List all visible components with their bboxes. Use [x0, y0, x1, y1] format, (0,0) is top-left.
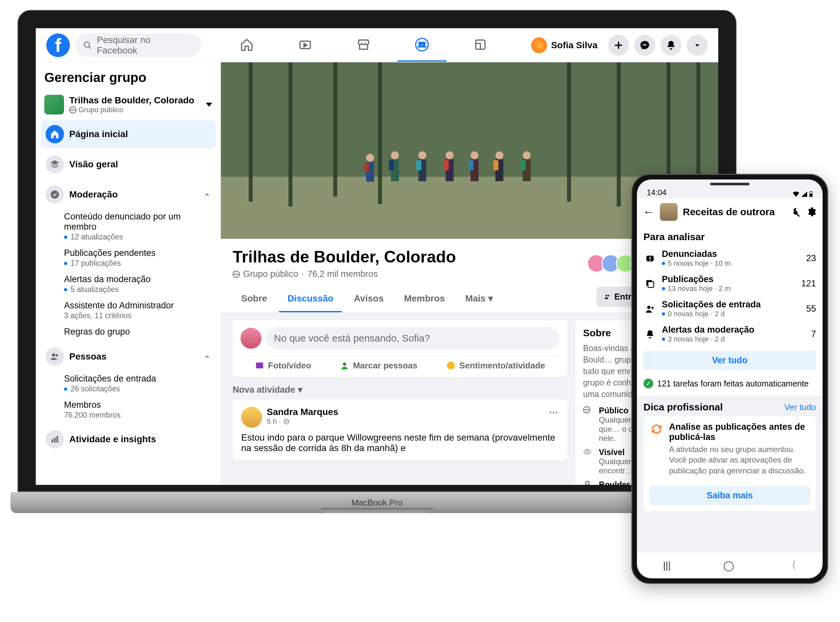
nav-back[interactable]: 〈 — [787, 559, 796, 572]
group-thumbnail — [44, 95, 64, 114]
nav-recents[interactable]: ||| — [663, 560, 671, 571]
selected-group-type: Grupo público — [69, 106, 200, 114]
messenger-button[interactable] — [634, 35, 655, 56]
nav-groups[interactable] — [397, 29, 447, 62]
svg-point-33 — [445, 151, 453, 159]
sidebar-item-overview[interactable]: Visão geral — [41, 151, 216, 178]
sidebar-item-moderation[interactable]: Moderação — [41, 181, 216, 208]
facebook-logo[interactable]: f — [46, 34, 70, 57]
svg-rect-11 — [54, 438, 56, 442]
svg-rect-10 — [52, 439, 53, 442]
group-thumbnail[interactable] — [660, 203, 678, 221]
svg-rect-28 — [389, 160, 394, 170]
sidebar-sub-item[interactable]: Conteúdo denunciado por um membro12 atua… — [41, 208, 216, 245]
nav-watch[interactable] — [281, 29, 330, 62]
review-row[interactable]: Publicações13 novas hoje · 2 m 121 — [643, 271, 816, 296]
top-right-actions: Sofia Silva — [526, 35, 708, 56]
svg-point-42 — [523, 151, 531, 159]
tools-icon[interactable] — [790, 207, 801, 217]
search-icon — [83, 41, 92, 50]
sidebar-item-label: Pessoas — [69, 351, 198, 362]
sidebar-sub-item[interactable]: Alertas da moderação5 atualizações — [41, 271, 216, 297]
svg-point-24 — [366, 154, 374, 162]
composer[interactable]: No que você está pensando, Sofia? Foto/v… — [233, 320, 567, 377]
nav-home[interactable]: ◯ — [723, 559, 734, 571]
sidebar-item-people[interactable]: Pessoas — [41, 343, 216, 370]
sidebar-title: Gerenciar grupo — [41, 70, 216, 85]
svg-point-9 — [56, 354, 58, 357]
group-meta: Grupo público·76,2 mil membros — [233, 269, 456, 279]
tab-discussion[interactable]: Discussão — [279, 286, 342, 312]
review-section: Para analisar Denunciadas5 novas hoje · … — [637, 226, 823, 396]
account-menu-button[interactable] — [687, 35, 708, 56]
sidebar-sub-item[interactable]: Membros76.200 membros — [41, 396, 216, 423]
nav-home[interactable] — [222, 29, 271, 62]
composer-action-feeling[interactable]: Sentimento/atividade — [446, 361, 545, 371]
notifications-button[interactable] — [660, 35, 681, 56]
search-input[interactable]: Pesquisar no Facebook — [75, 34, 201, 57]
see-all-button[interactable]: Ver tudo — [643, 351, 816, 370]
review-row[interactable]: Denunciadas5 novas hoje · 10 m 23 — [643, 246, 816, 271]
sidebar-item-insights[interactable]: Atividade e insights — [41, 425, 216, 453]
gear-icon[interactable] — [806, 207, 817, 217]
svg-rect-31 — [416, 160, 421, 170]
group-selector[interactable]: Trilhas de Boulder, Colorado Grupo públi… — [41, 91, 216, 118]
nav-marketplace[interactable] — [339, 29, 388, 62]
people-icon — [46, 348, 64, 366]
tip-cta-button[interactable]: Saiba mais — [649, 486, 810, 505]
feed-post: Sandra Marques 5 h · ⋯ Estou indo para o… — [233, 399, 567, 460]
post-author[interactable]: Sandra Marques — [267, 407, 338, 417]
sidebar-sub-item[interactable]: Publicações pendentes17 publicações — [41, 245, 216, 271]
svg-rect-34 — [444, 160, 448, 170]
sidebar-sub-item[interactable]: Assistente do Administrador3 ações, 11 c… — [41, 297, 216, 323]
post-menu-button[interactable]: ⋯ — [549, 407, 559, 428]
auto-done-row[interactable]: ✓ 121 tarefas foram feitas automaticamen… — [643, 375, 816, 393]
back-button[interactable]: ← — [643, 205, 655, 219]
shield-check-icon — [46, 185, 64, 204]
refresh-icon — [649, 422, 664, 436]
create-button[interactable] — [608, 35, 629, 56]
tab-announcements[interactable]: Avisos — [345, 286, 392, 312]
nav-gaming[interactable] — [456, 29, 505, 62]
svg-point-5 — [422, 42, 425, 45]
chart-icon — [46, 430, 64, 448]
svg-point-30 — [418, 151, 426, 159]
tab-about[interactable]: Sobre — [233, 286, 276, 312]
post-body: Estou indo para o parque Willowgreens ne… — [241, 432, 559, 453]
svg-line-1 — [88, 46, 91, 49]
tip-heading: Dica profissional — [643, 401, 723, 413]
composer-input[interactable]: No que você está pensando, Sofia? — [266, 327, 559, 350]
pin-icon — [583, 480, 592, 485]
svg-rect-37 — [468, 160, 474, 170]
svg-rect-48 — [256, 363, 263, 368]
composer-action-photo[interactable]: Foto/vídeo — [255, 361, 311, 371]
feed-section-label[interactable]: Nova atividade ▾ — [233, 384, 567, 395]
sidebar-sub-item[interactable]: Solicitações de entrada26 solicitações — [41, 370, 216, 396]
group-title: Trilhas de Boulder, Colorado — [233, 247, 456, 267]
svg-rect-40 — [494, 160, 499, 170]
svg-rect-56 — [649, 257, 651, 259]
svg-point-50 — [447, 361, 455, 369]
layers-icon — [46, 155, 64, 174]
people-icon — [604, 293, 611, 300]
sidebar-sub-item[interactable]: Regras do grupo — [41, 323, 216, 340]
tip-section: Dica profissional Ver tudo Analise as pu… — [637, 396, 823, 517]
tab-members[interactable]: Membros — [395, 286, 453, 312]
svg-point-51 — [586, 451, 588, 453]
battery-icon — [809, 191, 813, 197]
review-row[interactable]: Alertas da moderação3 novas hoje · 2 d 7 — [643, 322, 816, 347]
avatar[interactable] — [241, 407, 262, 428]
review-row[interactable]: Solicitações de entrada0 novas hoje · 2 … — [643, 296, 816, 322]
svg-point-27 — [391, 151, 399, 159]
svg-rect-53 — [810, 194, 812, 197]
signal-icon — [801, 192, 807, 197]
sidebar-item-home[interactable]: Página inicial — [41, 120, 216, 148]
tip-see-all-link[interactable]: Ver tudo — [784, 402, 816, 412]
svg-point-44 — [606, 294, 608, 297]
composer-action-tag[interactable]: Marcar pessoas — [340, 361, 418, 371]
svg-rect-57 — [649, 259, 651, 261]
user-profile-chip[interactable]: Sofia Silva — [526, 35, 603, 56]
search-placeholder: Pesquisar no Facebook — [97, 35, 193, 56]
tab-more[interactable]: Mais ▾ — [457, 286, 502, 312]
sidebar-item-label: Visão geral — [69, 159, 211, 169]
